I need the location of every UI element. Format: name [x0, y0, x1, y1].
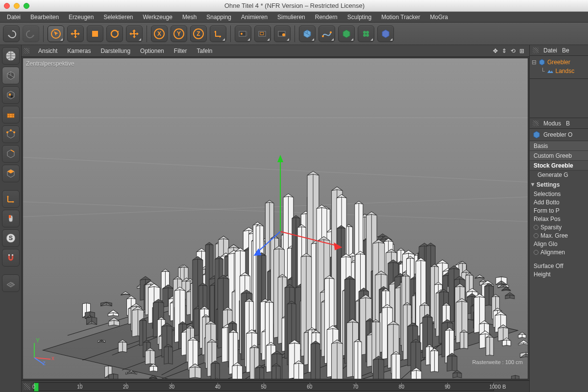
panel-grip-icon[interactable]	[533, 48, 539, 53]
setting-add-bottom[interactable]: Add Botto	[534, 199, 586, 206]
primitive-cube-button[interactable]	[299, 25, 316, 42]
menu-bearbeiten[interactable]: Bearbeiten	[25, 12, 64, 22]
panel-grip-icon[interactable]	[533, 121, 539, 126]
object-manager-menubar: Datei Be	[530, 45, 588, 56]
setting-height[interactable]: Height	[534, 271, 586, 278]
menu-mesh[interactable]: Mesh	[177, 12, 201, 22]
setting-align-global[interactable]: Align Glo	[534, 241, 586, 247]
vp-menu-optionen[interactable]: Optionen	[135, 46, 169, 56]
menu-selektieren[interactable]: Selektieren	[98, 12, 138, 22]
setting-selections[interactable]: Selections	[534, 191, 586, 197]
render-region-button[interactable]	[254, 25, 271, 42]
polygons-mode-button[interactable]	[2, 165, 20, 182]
viewport-3d[interactable]: Zentralperspektive	[23, 58, 528, 379]
globe-icon[interactable]	[2, 47, 20, 65]
setting-sparsity[interactable]: Sparsity	[534, 224, 586, 231]
svg-text:X: X	[157, 30, 161, 37]
panel-grip-icon[interactable]	[24, 48, 29, 54]
setting-max-greeble[interactable]: Max. Gree	[534, 232, 586, 239]
svg-rect-1	[92, 31, 98, 37]
vp-menu-kameras[interactable]: Kameras	[62, 46, 96, 56]
attr-menu-modus[interactable]: Modus	[543, 120, 561, 127]
menu-mograph[interactable]: MoGra	[425, 12, 453, 22]
close-window-button[interactable]	[4, 3, 10, 9]
axis-y-toggle[interactable]: Y	[171, 25, 187, 42]
minimize-window-button[interactable]	[14, 3, 20, 9]
points-mode-button[interactable]	[2, 125, 20, 143]
setting-alignment[interactable]: Alignmen	[534, 249, 586, 256]
axis-z-toggle[interactable]: Z	[190, 25, 207, 42]
menu-snapping[interactable]: Snapping	[201, 12, 236, 22]
menu-rendern[interactable]: Rendern	[310, 12, 343, 22]
vp-layout-icon[interactable]: ⊞	[519, 48, 524, 54]
workplane-button[interactable]	[2, 274, 20, 292]
tab-custom-greeble[interactable]: Custom Greeb	[530, 151, 588, 161]
om-menu-datei[interactable]: Datei	[543, 47, 557, 54]
svg-rect-23	[11, 96, 13, 98]
axis-x-toggle[interactable]: X	[151, 25, 168, 42]
timeline-tick: 10	[77, 384, 82, 390]
effector-button[interactable]	[358, 25, 374, 42]
radio-icon[interactable]	[534, 225, 539, 230]
rotate-tool[interactable]	[106, 25, 123, 42]
menu-datei[interactable]: Datei	[2, 12, 25, 22]
menu-motion-tracker[interactable]: Motion Tracker	[376, 12, 425, 22]
attribute-object-header: Greebler O	[530, 129, 588, 141]
main-toolbar: X Y Z	[0, 23, 588, 45]
attr-menu-bearbeiten[interactable]: B	[566, 120, 570, 127]
svg-line-38	[23, 202, 528, 221]
model-mode-button[interactable]	[2, 67, 20, 84]
menu-simulieren[interactable]: Simulieren	[272, 12, 310, 22]
move-tool[interactable]	[67, 25, 84, 42]
svg-rect-34	[12, 254, 13, 256]
svg-point-19	[363, 34, 366, 37]
texture-mode-button[interactable]	[2, 86, 20, 104]
svg-rect-33	[8, 254, 10, 256]
spline-button[interactable]	[318, 25, 335, 42]
mouse-mode-button[interactable]	[2, 210, 20, 227]
redo-button[interactable]	[23, 25, 39, 42]
timeline-ruler[interactable]: 0102030405060708090100	[33, 382, 494, 391]
menu-sculpting[interactable]: Sculpting	[343, 12, 376, 22]
vp-menu-tafeln[interactable]: Tafeln	[192, 46, 217, 56]
section-stock-greeble[interactable]: Stock Greeble	[530, 161, 588, 171]
vp-menu-ansicht[interactable]: Ansicht	[33, 46, 62, 56]
render-settings-button[interactable]	[274, 25, 291, 42]
menu-erzeugen[interactable]: Erzeugen	[64, 12, 98, 22]
settings-header[interactable]: ▸Settings	[532, 181, 586, 188]
generator-button[interactable]	[338, 25, 355, 42]
radio-icon[interactable]	[534, 250, 539, 255]
timeline-tick: 20	[123, 384, 128, 390]
vp-pan-icon[interactable]: ✥	[493, 48, 498, 54]
radio-icon[interactable]	[534, 233, 539, 238]
render-view-button[interactable]	[235, 25, 251, 42]
tree-item-landscape[interactable]: └ Landsc	[532, 67, 586, 75]
setting-surface-offset[interactable]: Surface Off	[534, 263, 586, 270]
edges-mode-button[interactable]	[2, 145, 20, 163]
scale-tool[interactable]	[87, 25, 103, 42]
timeline-grip-icon[interactable]	[24, 383, 30, 390]
axis-lock-button[interactable]	[2, 190, 20, 208]
deformer-button[interactable]	[377, 25, 394, 42]
setting-form-to-parent[interactable]: Form to P	[534, 207, 586, 214]
generate-button-row[interactable]: Generate G	[534, 172, 586, 178]
move-alt-tool[interactable]	[126, 25, 143, 42]
vp-menu-filter[interactable]: Filter	[169, 46, 192, 56]
live-select-tool[interactable]	[48, 25, 64, 42]
coord-system-button[interactable]	[210, 25, 226, 42]
vp-menu-darstellung[interactable]: Darstellung	[96, 46, 135, 56]
zoom-window-button[interactable]	[24, 3, 29, 9]
snap-toggle-button[interactable]: S	[2, 229, 20, 247]
object-tree[interactable]: ⊟ Greebler └ Landsc	[530, 56, 588, 79]
vp-orbit-icon[interactable]: ⟲	[511, 48, 515, 54]
menu-werkzeuge[interactable]: Werkzeuge	[138, 12, 177, 22]
vp-zoom-icon[interactable]: ⇕	[502, 48, 507, 54]
setting-relax-position[interactable]: Relax Pos	[534, 216, 586, 222]
magnet-button[interactable]	[2, 249, 20, 267]
om-menu-bearbeiten[interactable]: Be	[562, 47, 569, 54]
undo-button[interactable]	[3, 25, 20, 42]
menu-animieren[interactable]: Animieren	[236, 12, 272, 22]
tab-basis[interactable]: Basis	[530, 141, 588, 151]
tree-item-greebler[interactable]: ⊟ Greebler	[532, 58, 586, 67]
uv-mode-button[interactable]	[2, 106, 20, 123]
